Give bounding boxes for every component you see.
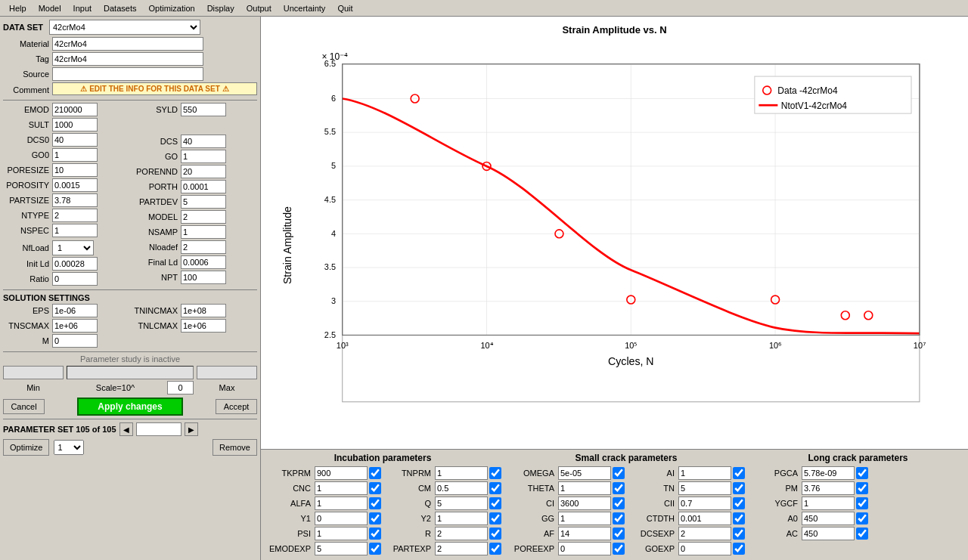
ctdth-input[interactable] — [678, 512, 731, 525]
goexp-input[interactable] — [678, 542, 731, 555]
cii-input[interactable] — [678, 497, 731, 510]
scale-input[interactable] — [167, 381, 194, 394]
ci-input[interactable] — [558, 497, 611, 510]
param-prev-button[interactable]: ◀ — [119, 422, 133, 436]
dataset-select[interactable]: 42crMo4 — [49, 20, 200, 35]
poreexp-input[interactable] — [558, 542, 611, 555]
pm-cb[interactable] — [856, 482, 868, 494]
partsize-input[interactable] — [52, 193, 98, 207]
nsamp-input[interactable] — [181, 225, 226, 239]
tag-input[interactable] — [52, 52, 203, 66]
tnprm-input[interactable] — [435, 466, 488, 480]
theta-cb[interactable] — [613, 482, 625, 494]
go0-input[interactable] — [52, 148, 98, 162]
menu-help[interactable]: Help — [3, 2, 33, 14]
tnlcmax-input[interactable] — [181, 319, 226, 333]
psi-cb[interactable] — [369, 528, 381, 540]
nloadef-input[interactable] — [181, 240, 226, 254]
tnincmax-input[interactable] — [181, 304, 226, 317]
ai-input[interactable] — [678, 466, 731, 480]
q-input[interactable] — [435, 497, 488, 510]
a0-cb[interactable] — [856, 512, 868, 524]
menu-input[interactable]: Input — [67, 2, 98, 14]
tkprm-cb[interactable] — [369, 467, 381, 479]
pgca-cb[interactable] — [856, 467, 868, 479]
ac-cb[interactable] — [856, 528, 868, 540]
dcsexp-input[interactable] — [678, 527, 731, 540]
emod-input[interactable] — [52, 103, 98, 116]
r-input[interactable] — [435, 527, 488, 540]
syld-input[interactable] — [181, 103, 226, 116]
emodexp-input[interactable] — [315, 542, 368, 555]
apply-changes-button[interactable]: Apply changes — [77, 398, 183, 416]
menu-model[interactable]: Model — [33, 2, 67, 14]
porth-input[interactable] — [181, 180, 226, 193]
tnscmax-input[interactable] — [52, 319, 98, 333]
poresize-input[interactable] — [52, 163, 98, 177]
af-cb[interactable] — [613, 528, 625, 540]
tn-input[interactable] — [678, 481, 731, 495]
pgca-input[interactable] — [802, 466, 855, 480]
cii-cb[interactable] — [733, 497, 745, 509]
menu-datasets[interactable]: Datasets — [98, 2, 142, 14]
param-set-input[interactable] — [136, 422, 182, 436]
model-input[interactable] — [181, 210, 226, 224]
slider-left-input[interactable] — [3, 366, 64, 379]
partexp-input[interactable] — [435, 542, 488, 555]
sult-input[interactable] — [52, 118, 98, 131]
alfa-input[interactable] — [315, 497, 368, 510]
cm-cb[interactable] — [489, 482, 501, 494]
menu-uncertainty[interactable]: Uncertainty — [278, 2, 332, 14]
cm-input[interactable] — [435, 481, 488, 495]
slider-track[interactable] — [67, 366, 194, 379]
y1-input[interactable] — [315, 512, 368, 525]
alfa-cb[interactable] — [369, 497, 381, 509]
ntype-input[interactable] — [52, 209, 98, 222]
param-next-button[interactable]: ▶ — [185, 422, 198, 436]
npt-input[interactable] — [181, 271, 226, 284]
af-input[interactable] — [558, 527, 611, 540]
r-cb[interactable] — [489, 528, 501, 540]
gg-input[interactable] — [558, 512, 611, 525]
optimize-button[interactable]: Optimize — [3, 439, 49, 456]
ygcf-cb[interactable] — [856, 497, 868, 509]
y1-cb[interactable] — [369, 512, 381, 524]
ctdth-cb[interactable] — [733, 512, 745, 524]
gg-cb[interactable] — [613, 512, 625, 524]
init-ld-input[interactable] — [52, 257, 98, 271]
nspec-input[interactable] — [52, 224, 98, 237]
ratio-input[interactable] — [52, 272, 98, 286]
source-input[interactable] — [52, 67, 203, 81]
tnprm-cb[interactable] — [489, 467, 501, 479]
y2-cb[interactable] — [489, 512, 501, 524]
y2-input[interactable] — [435, 512, 488, 525]
final-ld-input[interactable] — [181, 255, 226, 269]
emodexp-cb[interactable] — [369, 543, 381, 555]
remove-button[interactable]: Remove — [213, 439, 257, 456]
nfload-select[interactable]: 1 — [52, 240, 94, 255]
menu-optimization[interactable]: Optimization — [142, 2, 200, 14]
cnc-cb[interactable] — [369, 482, 381, 494]
a0-input[interactable] — [802, 512, 855, 525]
omega-input[interactable] — [558, 466, 611, 480]
theta-input[interactable] — [558, 481, 611, 495]
accept-button[interactable]: Accept — [216, 399, 257, 414]
material-input[interactable] — [52, 37, 203, 51]
omega-cb[interactable] — [613, 467, 625, 479]
porennd-input[interactable] — [181, 165, 226, 178]
porosity-input[interactable] — [52, 178, 98, 192]
psi-input[interactable] — [315, 527, 368, 540]
tkprm-input[interactable] — [315, 466, 368, 480]
pm-input[interactable] — [802, 481, 855, 495]
dcs0-input[interactable] — [52, 133, 98, 147]
ci-cb[interactable] — [613, 497, 625, 509]
optimize-select[interactable]: 1 — [54, 440, 84, 455]
poreexp-cb[interactable] — [613, 543, 625, 555]
slider-right-input[interactable] — [197, 366, 257, 379]
menu-quit[interactable]: Quit — [331, 2, 358, 14]
cancel-button[interactable]: Cancel — [3, 399, 45, 414]
ai-cb[interactable] — [733, 467, 745, 479]
tn-cb[interactable] — [733, 482, 745, 494]
partexp-cb[interactable] — [489, 543, 501, 555]
go-input[interactable] — [181, 150, 226, 163]
